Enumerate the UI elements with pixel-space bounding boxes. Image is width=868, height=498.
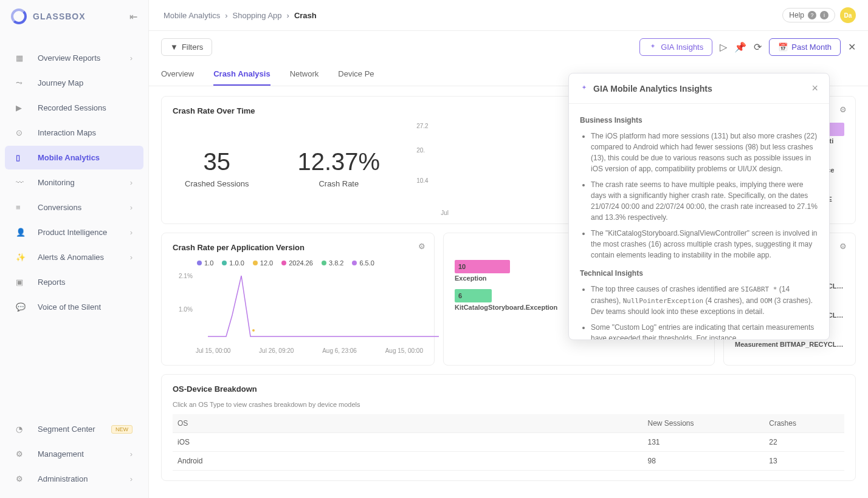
nav-label: Overview Reports [38, 53, 100, 63]
play-icon[interactable]: ▷ [720, 41, 727, 53]
legend-dot [352, 261, 357, 265]
nav-icon: 💬 [16, 302, 29, 312]
sidebar-item-conversions[interactable]: ≡Conversions› [5, 196, 143, 219]
tab-crash-analysis[interactable]: Crash Analysis [213, 63, 270, 86]
table-header[interactable]: New Sessions [643, 414, 765, 433]
calendar-icon: 📅 [778, 43, 788, 52]
nav-label: Journey Map [38, 78, 83, 87]
breadcrumb: Mobile Analytics › Shopping App › Crash [161, 11, 319, 20]
crash-label: Measurement BITMAP_RECYCLE_ [735, 341, 844, 348]
insight-item: Some "Custom Log" entries are indicating… [591, 322, 818, 339]
filters-button[interactable]: ▼ Filters [161, 38, 212, 56]
nav-label: Mobile Analytics [38, 153, 100, 162]
nav-label: Conversions [38, 203, 81, 212]
date-range-button[interactable]: 📅 Past Month [769, 38, 841, 56]
crash-label: Exception [455, 275, 570, 282]
chevron-right-icon: › [130, 178, 133, 187]
chart-legend: 1.01.0.012.02024.263.8.26.5.0 [173, 259, 423, 267]
nav-icon: ▯ [16, 153, 29, 162]
nav-icon: ▶ [16, 103, 29, 112]
filter-icon: ▼ [170, 43, 178, 52]
nav-icon: 👤 [16, 228, 29, 237]
new-badge: NEW [111, 425, 133, 434]
crash-bar: 6 [455, 289, 492, 302]
refresh-icon[interactable]: ⟳ [754, 41, 762, 53]
nav-label: Reports [38, 278, 66, 287]
insight-item: The iOS platform had more sessions (131)… [591, 131, 818, 174]
toolbar: ▼ Filters GIA Insights ▷ 📌 ⟳ 📅 Past Mont… [149, 31, 868, 63]
sidebar-item-reports[interactable]: ▣Reports [5, 270, 143, 294]
user-avatar[interactable]: Da [840, 7, 856, 23]
os-device-breakdown-card: OS-Device Breakdown Click an OS Type to … [161, 374, 856, 481]
info-icon: i [820, 11, 828, 19]
sidebar-item-journey-map[interactable]: ⤳Journey Map [5, 71, 143, 95]
table-row[interactable]: iOS13122 [173, 433, 844, 452]
sidebar-item-segment-center[interactable]: ◔Segment CenterNEW [5, 417, 143, 441]
nav-icon: ◔ [16, 425, 29, 434]
sidebar-footer: ◔Segment CenterNEW⚙Management›⚙Administr… [0, 416, 148, 498]
nav-icon: ≡ [16, 203, 29, 212]
card-title: OS-Device Breakdown [173, 384, 844, 394]
settings-icon[interactable]: ✕ [848, 41, 856, 53]
sparkle-icon [580, 84, 588, 93]
nav-label: Administration [38, 474, 88, 483]
help-button[interactable]: Help ? i [782, 8, 835, 22]
nav-label: Segment Center [38, 425, 95, 434]
crash-type-item[interactable]: 6KitCatalogStoryboard.Exception [455, 289, 570, 311]
collapse-sidebar-icon[interactable]: ⇤ [129, 11, 137, 22]
section-title: Business Insights [580, 115, 818, 126]
gia-insights-button[interactable]: GIA Insights [639, 38, 712, 56]
crash-rate-stat: 12.37% Crash Rate [298, 148, 381, 188]
legend-item[interactable]: 3.8.2 [322, 259, 343, 267]
legend-item[interactable]: 1.0 [197, 259, 213, 267]
sidebar-item-monitoring[interactable]: 〰Monitoring› [5, 171, 143, 194]
breadcrumb-item[interactable]: Shopping App [233, 11, 282, 20]
sidebar-item-voice-of-the-silent[interactable]: 💬Voice of the Silent [5, 295, 143, 319]
table-row[interactable]: Android9813 [173, 452, 844, 471]
sidebar-item-administration[interactable]: ⚙Administration› [5, 467, 143, 491]
sidebar-item-management[interactable]: ⚙Management› [5, 442, 143, 466]
close-icon[interactable]: × [811, 82, 818, 95]
line-chart-svg [196, 273, 440, 339]
main: Mobile Analytics › Shopping App › Crash … [149, 0, 868, 498]
sidebar-item-mobile-analytics[interactable]: ▯Mobile Analytics [5, 146, 143, 169]
svg-point-0 [252, 329, 255, 332]
nav-icon: 〰 [16, 178, 29, 187]
section-title: Technical Insights [580, 268, 818, 279]
table-header[interactable]: OS [173, 414, 643, 433]
tab-overview[interactable]: Overview [161, 63, 194, 86]
sidebar-item-recorded-sessions[interactable]: ▶Recorded Sessions [5, 96, 143, 120]
gear-icon[interactable]: ⚙ [839, 242, 847, 251]
popup-body: Business Insights The iOS platform had m… [569, 104, 829, 339]
breadcrumb-item[interactable]: Mobile Analytics [164, 11, 220, 20]
gear-icon[interactable]: ⚙ [839, 105, 847, 114]
table-header[interactable]: Crashes [764, 414, 844, 433]
legend-dot [222, 261, 227, 265]
sidebar-item-product-intelligence[interactable]: 👤Product Intelligence› [5, 220, 143, 244]
sidebar-item-alerts-anomalies[interactable]: ✨Alerts & Anomalies› [5, 245, 143, 269]
legend-dot [253, 261, 258, 265]
crash-bar: 10 [455, 260, 510, 273]
insight-item: The crash rate seems to have multiple pe… [591, 179, 818, 223]
gear-icon[interactable]: ⚙ [418, 242, 425, 251]
pin-icon[interactable]: 📌 [734, 41, 746, 53]
nav-label: Voice of the Silent [38, 302, 101, 312]
legend-item[interactable]: 6.5.0 [352, 259, 374, 267]
legend-item[interactable]: 1.0.0 [222, 259, 244, 267]
chevron-right-icon: › [130, 449, 133, 459]
version-chart: 2.1% 1.0% Jul 15, 00:00 Jul 26, 09:20 Au… [179, 273, 423, 352]
gia-insights-popup: GIA Mobile Analytics Insights × Business… [568, 73, 830, 340]
crash-type-item[interactable]: 10Exception [455, 260, 570, 282]
tab-device-pe[interactable]: Device Pe [338, 63, 374, 86]
logo-icon [11, 9, 27, 24]
nav-icon: ▦ [16, 53, 29, 63]
sidebar-item-interaction-maps[interactable]: ⊙Interaction Maps [5, 121, 143, 145]
nav-label: Product Intelligence [38, 228, 107, 237]
sidebar-item-overview-reports[interactable]: ▦Overview Reports› [5, 46, 143, 70]
tab-network[interactable]: Network [290, 63, 319, 86]
legend-item[interactable]: 2024.26 [281, 259, 313, 267]
legend-item[interactable]: 12.0 [253, 259, 273, 267]
chevron-right-icon: › [130, 474, 133, 483]
breadcrumb-sep: › [225, 11, 227, 20]
legend-dot [281, 261, 286, 265]
